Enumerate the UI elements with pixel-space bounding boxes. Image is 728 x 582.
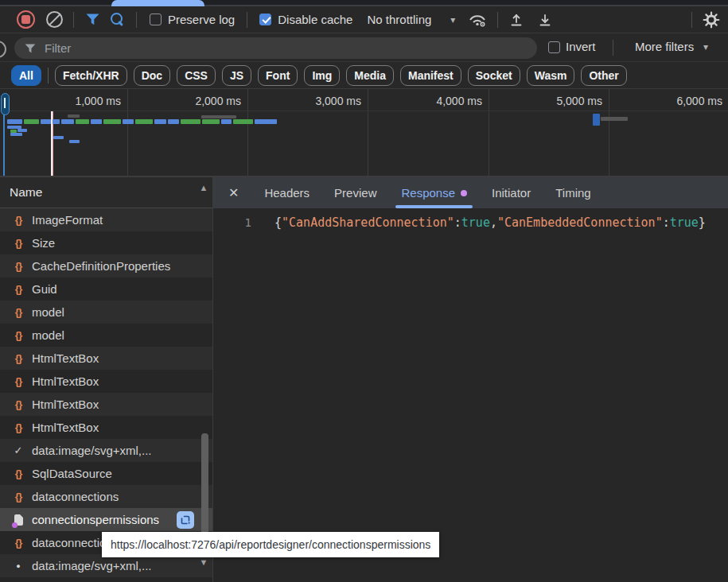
request-list: {}ImageFormat{}Size{}CacheDefinitionProp… [0,208,212,577]
throttling-select[interactable]: No throttling [367,13,431,26]
request-row-connectionspermissions[interactable]: connectionspermissions [0,508,212,531]
request-table: Name {}ImageFormat{}Size{}CacheDefinitio… [0,177,212,582]
request-name: ImageFormat [32,213,103,227]
overview-time-label: 2,000 ms [122,95,241,107]
tab-preview[interactable]: Preview [334,177,376,208]
waterfall-bar [103,119,121,124]
filter-toggle-icon[interactable] [86,14,99,25]
chevron-down-icon[interactable]: ▾ [450,14,455,25]
request-row-model[interactable]: {}model [0,301,212,324]
settings-gear-icon[interactable] [703,11,720,29]
request-row-data-image-svg-xml[interactable]: ●data:image/svg+xml,... [0,554,212,577]
ai-insights-button[interactable] [177,511,194,529]
waterfall-bar [24,119,39,124]
icon-cell: {} [10,421,26,433]
request-row-model[interactable]: {}model [0,324,212,347]
json-icon: {} [15,398,22,410]
dot-icon: ● [16,562,20,570]
request-row-htmltextbox[interactable]: {}HtmlTextBox [0,370,212,393]
chip-fetch-xhr[interactable]: Fetch/XHR [55,65,127,86]
icon-cell: {} [10,491,26,502]
waterfall-bar [91,119,102,124]
waterfall-bar [69,140,80,143]
disable-cache-label[interactable]: Disable cache [278,13,352,26]
chip-css[interactable]: CSS [177,65,216,86]
request-row-cachedefinitionproperties[interactable]: {}CacheDefinitionProperties [0,254,212,277]
request-row-htmltextbox[interactable]: {}HtmlTextBox [0,416,212,439]
waterfall-bar [61,119,74,124]
export-har-icon[interactable] [537,12,553,28]
disable-cache-checkbox[interactable] [259,14,271,25]
scroll-up-icon[interactable]: ▲ [197,183,211,196]
icon-cell: {} [10,306,26,318]
chip-divider [48,68,49,83]
invert-label[interactable]: Invert [566,40,596,53]
json-icon: {} [15,329,22,341]
tab-timing[interactable]: Timing [555,177,590,208]
preserve-log-label[interactable]: Preserve log [168,13,235,26]
json-token: , [490,215,497,230]
chip-js[interactable]: JS [222,65,251,86]
filter-input-box[interactable] [14,37,537,59]
waterfall-bar [53,136,64,139]
json-token: "CanAddSharedConnection" [282,215,454,230]
request-row-imageformat[interactable]: {}ImageFormat [0,208,212,231]
network-conditions-icon[interactable] [467,12,488,28]
chip-socket[interactable]: Socket [468,65,520,86]
network-toolbar: Preserve log Disable cache No throttling… [0,6,728,33]
tab-headers[interactable]: Headers [264,177,309,208]
name-header-label: Name [10,185,42,200]
tab-label: Initiator [492,186,531,200]
request-name: model [32,305,64,319]
search-icon[interactable] [110,12,125,27]
chip-doc[interactable]: Doc [134,65,170,86]
waterfall-bar [68,114,80,118]
chip-img[interactable]: Img [304,65,340,86]
filter-input[interactable] [43,41,489,56]
chip-font[interactable]: Font [258,65,298,86]
request-row-htmltextbox[interactable]: {}HtmlTextBox [0,393,212,416]
scroll-down-icon[interactable]: ▼ [197,557,211,570]
json-token: : [454,215,461,230]
detail-tabs: ✕ HeadersPreviewResponseInitiatorTiming [213,177,728,208]
request-row-guid[interactable]: {}Guid [0,277,212,301]
name-column-header[interactable]: Name [0,177,212,208]
toolbar-divider [73,12,74,28]
toolbar-divider [691,12,692,28]
request-row-sqldatasource[interactable]: {}SqlDataSource [0,462,212,485]
request-name: connectionspermissions [32,513,159,526]
devtools-top-strip [0,0,728,6]
resource-type-filters: AllFetch/XHRDocCSSJSFontImgMediaManifest… [0,62,728,89]
json-token: true [670,215,699,230]
request-row-dataconnections[interactable]: {}dataconnections [0,485,212,508]
request-row-size[interactable]: {}Size [0,231,212,254]
tab-initiator[interactable]: Initiator [492,177,531,208]
waterfall-bar [41,119,51,124]
json-icon: {} [15,537,22,549]
waterfall-bar [135,119,153,124]
overview-strip[interactable]: 1,000 ms2,000 ms3,000 ms4,000 ms5,000 ms… [0,89,728,177]
chip-wasm[interactable]: Wasm [527,65,575,86]
toolbar-divider [497,12,498,28]
active-tool-tab-indicator [111,0,204,6]
json-token: } [699,215,706,230]
chevron-down-icon[interactable]: ▾ [703,41,708,52]
waterfall-bar [53,119,60,124]
import-har-icon[interactable] [508,12,524,28]
clear-icon[interactable] [46,11,63,28]
json-icon: {} [15,468,22,479]
chip-media[interactable]: Media [346,65,394,86]
request-row-htmltextbox[interactable]: {}HtmlTextBox [0,347,212,370]
tab-response[interactable]: Response [401,177,467,208]
chip-all[interactable]: All [11,65,41,86]
panel-divider[interactable] [212,177,213,582]
record-icon[interactable] [17,10,35,29]
close-icon[interactable]: ✕ [228,185,239,200]
preserve-log-checkbox[interactable] [150,14,162,25]
waterfall-bar [168,119,179,124]
chip-manifest[interactable]: Manifest [400,65,461,86]
chip-other[interactable]: Other [581,65,626,86]
request-row-data-image-svg-xml[interactable]: ✓data:image/svg+xml,... [0,439,212,462]
invert-checkbox[interactable] [548,41,560,53]
more-filters-button[interactable]: More filters [635,40,694,53]
